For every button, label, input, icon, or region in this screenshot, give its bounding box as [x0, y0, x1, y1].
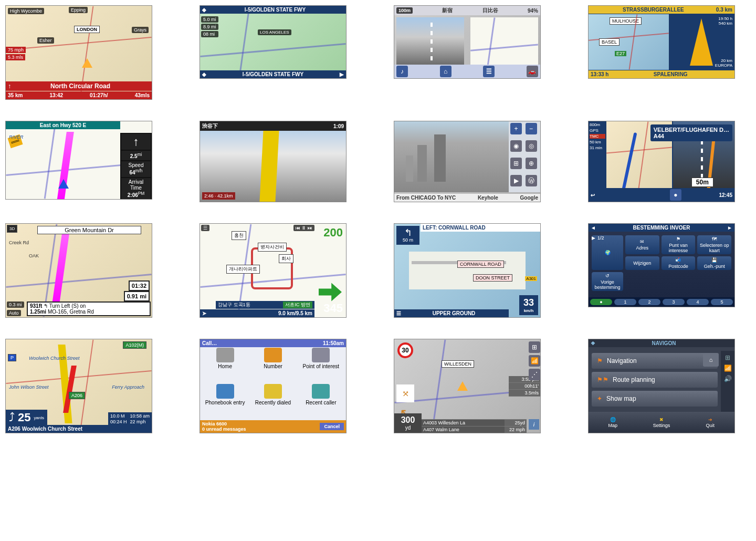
side-icons: ⊞ 📶 ⋰	[529, 341, 540, 380]
poi-icon	[312, 348, 330, 362]
car-icon[interactable]: 🚗	[527, 66, 538, 77]
nav-strassburger: STRASSBURGERALLEE 0.3 km MULHOUSE BASEL …	[588, 5, 735, 79]
unit: PM	[138, 191, 145, 196]
poi: 개나리아파트	[226, 265, 260, 274]
caption-bar: From CHICAGO To NYC Keyhole Google	[394, 194, 540, 202]
park-icon: P	[8, 354, 16, 361]
num-button[interactable]: 5	[711, 299, 733, 305]
d: 931ft	[30, 303, 42, 309]
road-name: A206 Woolwich Church Street	[8, 426, 82, 432]
home-button[interactable]: ⌂	[703, 353, 719, 367]
stat: 31 min	[590, 145, 605, 150]
num-button[interactable]: 3	[663, 299, 685, 305]
music-icon[interactable]: ♪	[396, 66, 408, 77]
play-icon[interactable]: ▶	[510, 175, 522, 186]
label: Home	[218, 363, 232, 369]
poi: 회사	[279, 254, 293, 263]
wifi-icon: ⋰	[529, 369, 540, 380]
label: Show map	[606, 395, 636, 402]
flag-icon: ⚑	[597, 357, 603, 365]
road-name: East on Hwy 520 E	[40, 122, 86, 128]
town: Epping	[69, 7, 88, 13]
city: LOS ANGELES	[258, 29, 291, 35]
t: MO-165, Gretna Rd	[48, 309, 94, 315]
windows-icon[interactable]: ⊞	[725, 354, 730, 361]
next-icon[interactable]: ►	[727, 225, 732, 231]
hwy-shield-icon: ◆	[202, 7, 206, 13]
media-controls[interactable]: ⏮ ⏸ ⏭	[293, 225, 314, 231]
tool-icon[interactable]: ◉	[510, 140, 522, 152]
hwy-sign: A102(M)	[123, 341, 146, 349]
tile-select-map[interactable]: 🗺Selecteren op kaart	[697, 235, 731, 254]
speed: 33	[523, 297, 534, 308]
info-button[interactable]: i	[529, 419, 539, 430]
street-label: CORNWALL ROAD	[457, 261, 504, 268]
tile-poi[interactable]: ⚑Punt van interesse	[662, 235, 696, 254]
tile-memory[interactable]: 💾Geh.-punt	[697, 256, 731, 270]
unit: m/h	[135, 168, 143, 173]
btn[interactable]: Keyhole	[478, 195, 498, 201]
rec-icon[interactable]: ●	[670, 189, 681, 201]
dist-box: 0.91 mi	[124, 291, 150, 301]
bot-settings[interactable]: ✖Settings	[637, 412, 686, 433]
tool-icon[interactable]: ◎	[526, 140, 537, 152]
city: BASEL	[599, 38, 620, 46]
tab[interactable]: 日比谷	[482, 7, 498, 14]
label: Arrival Time	[129, 179, 143, 191]
map-view[interactable]: MULHOUSE BASEL E27	[589, 14, 669, 70]
play-icon[interactable]: ▶	[592, 235, 595, 241]
menu-phonebook[interactable]: Phonebook entry	[202, 378, 248, 412]
tool-icon[interactable]: ⊞	[510, 158, 522, 169]
menu-recent-dial[interactable]: Recently dialed	[250, 378, 296, 412]
tile-postcode[interactable]: 📬Postcode	[662, 256, 696, 270]
play-icon[interactable]: ▶	[340, 71, 344, 77]
zoom-out-icon[interactable]: −	[526, 123, 537, 134]
lane-icon: ⤧	[396, 384, 414, 402]
menu-icon[interactable]: ☰	[201, 225, 209, 231]
menu-icon[interactable]: ☰	[483, 66, 495, 77]
menu-navigation[interactable]: ⚑Navigation	[592, 353, 718, 369]
nav-woolwich: A102(M) P Woolwich Church Street John Wi…	[5, 339, 152, 433]
city-3d-view[interactable]	[394, 121, 509, 192]
town: Esher	[37, 37, 54, 44]
label: Settings	[653, 423, 670, 428]
top-bar: 100m 新宿 日比谷 94%	[394, 6, 540, 15]
num-button[interactable]: ●	[590, 299, 612, 305]
tile-adres[interactable]: ✉Adres	[625, 235, 659, 254]
s: 10:58 am	[130, 413, 150, 419]
menu-recent-caller[interactable]: Recent caller	[298, 378, 344, 412]
tile-prev[interactable]: ↺Vorige bestemming	[592, 272, 623, 291]
view-3d-button[interactable]: 3D	[7, 225, 17, 233]
cancel-button[interactable]: Cancel	[320, 423, 344, 430]
stat: 50 km	[590, 140, 605, 144]
bot-quit[interactable]: ➔Quit	[686, 412, 734, 433]
compass-icon[interactable]: ➤	[202, 310, 206, 316]
menu-icon[interactable]: ☰	[396, 310, 401, 316]
num-button[interactable]: 1	[614, 299, 636, 305]
road: 渋谷下	[202, 122, 218, 130]
vw-icon[interactable]: Ⓦ	[526, 175, 537, 186]
menu-grid: Home Number Point of interest Phonebook …	[200, 339, 346, 414]
tab[interactable]: 新宿	[442, 7, 453, 14]
menu-route[interactable]: ⚑⚑Route planning	[592, 372, 718, 388]
zoom-in-icon[interactable]: +	[510, 123, 522, 134]
turn-list: 931ft ↰ Turn Left (S) on 1.25mi MO-165, …	[27, 301, 151, 316]
back-icon[interactable]: ↩	[591, 192, 595, 198]
map-2d-view[interactable]	[470, 17, 538, 67]
tool-icon[interactable]: ⊕	[526, 158, 537, 169]
num-button[interactable]: 4	[687, 299, 709, 305]
road-bar: East on Hwy 520 E	[6, 121, 120, 129]
turn-arrow-icon: ↑	[121, 134, 151, 150]
sound-icon[interactable]: 🔊	[724, 375, 732, 382]
windows-icon[interactable]: ⊞	[529, 341, 540, 353]
street: OAK	[27, 253, 41, 259]
home-icon[interactable]: ⌂	[440, 66, 452, 77]
back-icon[interactable]: ◄	[591, 225, 596, 231]
nav-shibuya-3d: 渋谷下 1:09 2:46 · 42.1km	[200, 121, 346, 202]
bot-map[interactable]: 🌐Map	[589, 412, 637, 433]
tile-wijzigen[interactable]: Wijzigen	[625, 256, 659, 270]
nav-garmin: ══ RIVER East on Hwy 520 E ↑ 2.5mi Speed…	[5, 121, 152, 200]
menu-map[interactable]: ✦Show map	[592, 391, 718, 407]
num-button[interactable]: 2	[638, 299, 660, 305]
hwy-shield-icon: ◆	[202, 71, 206, 77]
